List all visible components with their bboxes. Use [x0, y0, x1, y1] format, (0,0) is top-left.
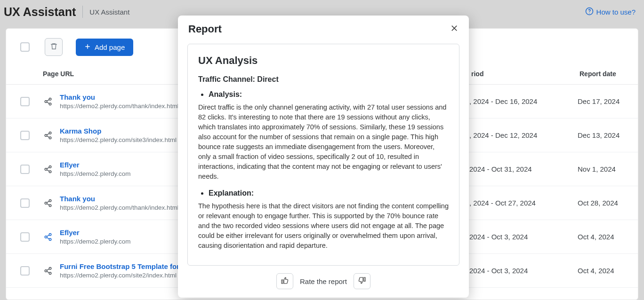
row-checkbox[interactable] [20, 266, 30, 276]
svg-point-17 [49, 267, 51, 269]
thumbs-up-button[interactable] [276, 273, 293, 289]
report-modal: Report UX Analysis Traffic Channel: Dire… [178, 16, 469, 298]
report-bullet-analysis: Analysis: [198, 90, 449, 99]
svg-point-10 [49, 171, 51, 173]
share-button[interactable] [43, 131, 53, 140]
col-header-date: Report date [580, 70, 627, 78]
share-button[interactable] [43, 233, 53, 241]
period-cell: , 2024 - Oct 27, 2024 [469, 199, 578, 207]
svg-point-16 [49, 238, 51, 241]
svg-point-11 [49, 199, 51, 202]
select-all-checkbox[interactable] [20, 42, 30, 52]
svg-point-13 [49, 205, 51, 207]
add-page-label: Add page [95, 43, 125, 51]
trash-icon [50, 42, 58, 52]
close-icon [450, 24, 459, 32]
report-content[interactable]: UX Analysis Traffic Channel: Direct Anal… [187, 44, 459, 266]
svg-point-12 [45, 202, 47, 204]
rate-label: Rate the report [300, 277, 347, 285]
row-checkbox[interactable] [20, 165, 30, 174]
row-checkbox[interactable] [20, 97, 30, 106]
date-cell: Dec 13, 2024 [578, 131, 627, 139]
share-icon [44, 97, 52, 106]
report-bullet-explanation: Explanation: [198, 189, 449, 197]
share-button[interactable] [43, 97, 53, 106]
date-cell: Oct 4, 2024 [578, 267, 627, 275]
analysis-paragraph: Direct traffic is the only channel gener… [198, 103, 449, 182]
report-section-title: UX Analysis [198, 55, 449, 67]
help-icon [585, 7, 594, 17]
share-button[interactable] [43, 199, 53, 207]
delete-button[interactable] [45, 38, 63, 56]
modal-title: Report [188, 23, 222, 35]
svg-point-14 [49, 233, 51, 236]
share-icon [44, 199, 52, 207]
thumbs-up-icon [281, 276, 289, 286]
date-cell: Nov 1, 2024 [578, 165, 627, 173]
period-cell: , 2024 - Dec 12, 2024 [469, 131, 578, 139]
svg-point-15 [45, 236, 47, 238]
svg-point-5 [49, 132, 51, 134]
thumbs-down-button[interactable] [354, 273, 370, 289]
how-to-use-label: How to use? [596, 8, 636, 16]
close-button[interactable] [450, 23, 459, 35]
svg-point-4 [49, 103, 51, 105]
plus-icon [84, 43, 91, 51]
bullet-analysis-label: Analysis: [209, 90, 449, 99]
svg-point-7 [49, 137, 51, 139]
report-channel-title: Traffic Channel: Direct [198, 75, 449, 84]
add-page-button[interactable]: Add page [76, 39, 133, 56]
explanation-paragraph: The hypothesis here is that the direct v… [198, 201, 449, 251]
share-icon [44, 233, 52, 241]
how-to-use-link[interactable]: How to use? [585, 7, 636, 17]
share-icon [44, 131, 52, 140]
modal-header: Report [178, 16, 469, 41]
share-button[interactable] [43, 165, 53, 174]
period-cell: 2024 - Oct 31, 2024 [469, 165, 578, 173]
svg-point-1 [589, 13, 590, 14]
period-cell: 2024 - Oct 3, 2024 [469, 267, 578, 275]
svg-point-8 [49, 166, 51, 168]
modal-footer: Rate the report [178, 266, 469, 298]
share-icon [44, 165, 52, 174]
svg-point-6 [45, 134, 47, 136]
date-cell: Dec 17, 2024 [578, 97, 627, 105]
period-cell: , 2024 - Dec 16, 2024 [469, 97, 578, 105]
date-cell: Oct 28, 2024 [578, 199, 627, 207]
period-cell: 2024 - Oct 3, 2024 [469, 233, 578, 241]
thumbs-down-icon [358, 276, 366, 286]
date-cell: Oct 4, 2024 [578, 233, 627, 241]
share-button[interactable] [43, 267, 53, 275]
col-header-period: riod [471, 70, 580, 78]
title-separator [82, 6, 83, 18]
row-checkbox[interactable] [20, 232, 30, 242]
app-title: UX Assistant [2, 5, 82, 19]
svg-point-2 [49, 98, 51, 100]
svg-point-3 [45, 100, 47, 103]
row-checkbox[interactable] [20, 198, 30, 208]
row-checkbox[interactable] [20, 131, 30, 140]
svg-point-18 [45, 269, 47, 272]
sub-title: UX Assistant [85, 8, 129, 16]
svg-point-9 [45, 168, 47, 170]
bullet-explanation-label: Explanation: [209, 189, 449, 197]
share-icon [44, 267, 52, 275]
svg-point-19 [49, 272, 51, 275]
